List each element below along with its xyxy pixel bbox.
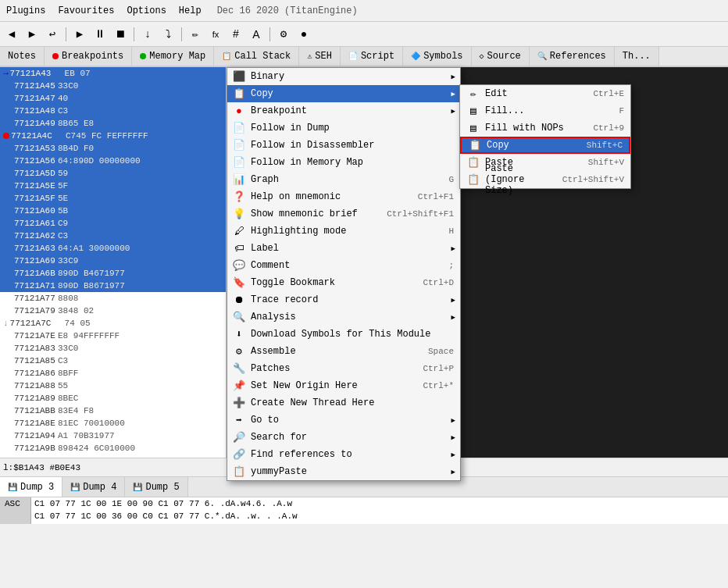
ctx-follow-dump[interactable]: 📄 Follow in Dump (227, 119, 460, 137)
ctx-binary[interactable]: ⬛ Binary (227, 68, 460, 85)
ctx-graph[interactable]: 📊 Graph G (227, 171, 460, 188)
submenu-edit[interactable]: ✏ Edit Ctrl+E (460, 85, 630, 102)
disasm-row[interactable]: 77121A62 C3 (0, 230, 226, 242)
disasm-row[interactable]: 77121A89 8BEC (0, 392, 226, 404)
disasm-panel[interactable]: → 77121A43 EB 07 77121A45 33C0 77121A47 … (0, 67, 227, 458)
disasm-row[interactable]: 77121A9B 898424 6C010000 (0, 442, 226, 454)
tab-source[interactable]: ◇ Source (472, 47, 530, 66)
disasm-row[interactable]: 77121A63 64:A1 30000000 (0, 242, 226, 255)
disasm-row[interactable]: 77121A94 A1 70B31977 (0, 429, 226, 442)
ctx-copy[interactable]: 📋 Copy (227, 85, 460, 102)
submenu-fill-nops-label: Fill with NOPs (485, 123, 573, 134)
toolbar-forward[interactable]: ▶ (23, 26, 41, 43)
disasm-row[interactable]: 77121A60 5B (0, 205, 226, 217)
disasm-row[interactable]: 77121A45 33C0 (0, 80, 226, 92)
ctx-follow-memory[interactable]: 📄 Follow in Memory Map (227, 154, 460, 171)
dump-tab-3[interactable]: 💾 Dump 3 (0, 477, 62, 497)
disasm-row[interactable]: 77121A47 40 (0, 92, 226, 105)
ctx-mnemonic-brief[interactable]: 💡 Show mnemonic brief Ctrl+Shift+F1 (227, 205, 460, 223)
disasm-row[interactable]: ↓ 77121A7C 74 05 (0, 317, 226, 330)
disasm-row[interactable]: 77121A53 8B4D F0 (0, 142, 226, 155)
ctx-follow-disasm[interactable]: 📄 Follow in Disassembler (227, 137, 460, 154)
dump-tab-5[interactable]: 💾 Dump 5 (125, 477, 187, 497)
ctx-yummy-paste[interactable]: 📋 yummyPaste (227, 463, 460, 480)
toolbar-back[interactable]: ◀ (3, 26, 20, 43)
disasm-row[interactable]: 77121A77 8808 (0, 292, 226, 305)
toolbar-stop[interactable]: ⏹ (112, 26, 129, 43)
tab-call-stack[interactable]: 📋 Call Stack (214, 47, 299, 66)
disasm-row[interactable]: 77121A5F 5E (0, 192, 226, 205)
ctx-help-mnemonic[interactable]: ❓ Help on mnemonic Ctrl+F1 (227, 188, 460, 205)
menu-bar[interactable]: Plugins Favourites Options Help (6, 5, 202, 16)
disasm-addr: 77121A9B (3, 444, 58, 453)
ctx-assemble[interactable]: ⚙ Assemble Space (227, 343, 460, 360)
toolbar-step-into[interactable]: ↓ (139, 26, 156, 43)
context-menu[interactable]: ⬛ Binary 📋 Copy ● Breakpoint 📄 Follow in… (227, 67, 461, 481)
tab-breakpoints[interactable]: Breakpoints (45, 47, 132, 66)
toolbar-pause[interactable]: ⏸ (91, 26, 109, 43)
disasm-row[interactable]: 77121A4C C745 FC FEFFFFFF (0, 130, 226, 142)
toolbar-step-over[interactable]: ⤵ (159, 26, 177, 43)
ctx-goto[interactable]: ➡ Go to (227, 412, 460, 429)
ctx-breakpoint[interactable]: ● Breakpoint (227, 102, 460, 119)
tab-references[interactable]: 🔍 References (530, 47, 615, 66)
disasm-row[interactable]: 77121A85 C3 (0, 355, 226, 367)
submenu-copy[interactable]: 📋 Copy Shift+C (460, 137, 630, 154)
tab-memory-map[interactable]: Memory Map (132, 47, 214, 66)
disasm-row[interactable]: 77121A83 33C0 (0, 342, 226, 355)
toolbar-fx[interactable]: fx (207, 26, 224, 43)
toolbar-restart[interactable]: ↩ (44, 26, 61, 43)
submenu-fill-nops[interactable]: ▤ Fill with NOPs Ctrl+9 (460, 119, 630, 137)
toolbar-edit[interactable]: ✏ (187, 26, 204, 43)
ctx-find-refs[interactable]: 🔗 Find references to (227, 446, 460, 463)
disasm-row[interactable]: 77121ABB 83E4 F8 (0, 404, 226, 417)
disasm-row[interactable]: 77121A5D 59 (0, 167, 226, 180)
ctx-comment[interactable]: 💬 Comment ; (227, 257, 460, 274)
disasm-row[interactable]: 77121A8E 81EC 70010000 (0, 417, 226, 429)
menu-help[interactable]: Help (179, 5, 202, 16)
disasm-row[interactable]: 77121A79 3848 02 (0, 305, 226, 317)
dump-tab-4[interactable]: 💾 Dump 4 (62, 477, 125, 497)
tab-notes-label: Notes (8, 51, 36, 62)
tab-script[interactable]: 📄 Script (341, 47, 403, 66)
toolbar-record[interactable]: ● (295, 26, 312, 43)
ctx-analysis[interactable]: 🔍 Analysis (227, 308, 460, 326)
menu-favourites[interactable]: Favourites (58, 5, 114, 16)
tab-threads[interactable]: Th... (615, 47, 659, 66)
disasm-row[interactable]: 77121A56 64:890D 00000000 (0, 155, 226, 167)
menu-options[interactable]: Options (127, 5, 166, 16)
disasm-bytes: 890D B8671977 (58, 281, 223, 290)
tab-symbols[interactable]: 🔷 Symbols (403, 47, 471, 66)
tab-seh[interactable]: ⚠ SEH (299, 47, 341, 66)
ctx-patches[interactable]: 🔧 Patches Ctrl+P (227, 360, 460, 377)
disasm-row[interactable]: 77121A61 C9 (0, 217, 226, 230)
disasm-row[interactable]: → 77121A43 EB 07 (0, 67, 226, 80)
disasm-row[interactable]: 77121A88 55 (0, 380, 226, 392)
disasm-row[interactable]: 77121A5E 5F (0, 180, 226, 192)
copy-submenu[interactable]: ✏ Edit Ctrl+E ▤ Fill... F ▤ Fill with NO… (459, 84, 631, 189)
ctx-new-thread[interactable]: ➕ Create New Thread Here (227, 394, 460, 412)
submenu-paste-ignore[interactable]: 📋 Paste (Ignore Size) Ctrl+Shift+V (460, 171, 630, 188)
disasm-row[interactable]: 77121A6B 890D B4671977 (0, 267, 226, 280)
ctx-download-symbols[interactable]: ⬇ Download Symbols for This Module (227, 326, 460, 343)
menu-plugins[interactable]: Plugins (6, 5, 45, 16)
disasm-row[interactable]: 77121A48 C3 (0, 105, 226, 117)
ctx-highlight[interactable]: 🖊 Highlighting mode H (227, 223, 460, 240)
ctx-trace[interactable]: ⏺ Trace record (227, 291, 460, 308)
ctx-bookmark[interactable]: 🔖 Toggle Bookmark Ctrl+D (227, 274, 460, 291)
disasm-row[interactable]: 77121A7E E8 94FFFFFFF (0, 330, 226, 342)
toolbar-font[interactable]: A (248, 26, 265, 43)
disasm-row[interactable]: 77121A69 33C9 (0, 255, 226, 267)
ctx-label[interactable]: 🏷 Label (227, 240, 460, 257)
toolbar-run[interactable]: ▶ (71, 26, 88, 43)
disasm-row[interactable]: 77121A49 8B65 E8 (0, 117, 226, 130)
disasm-row[interactable]: 77121A86 8BFF (0, 367, 226, 380)
submenu-fill[interactable]: ▤ Fill... F (460, 102, 630, 119)
disasm-row[interactable]: 77121AA3 8B35 FC911977 (0, 454, 226, 458)
tab-notes[interactable]: Notes (0, 47, 45, 66)
ctx-search[interactable]: 🔎 Search for (227, 429, 460, 446)
disasm-row[interactable]: 77121A71 890D B8671977 (0, 280, 226, 292)
toolbar-settings[interactable]: ⚙ (275, 26, 292, 43)
ctx-new-origin[interactable]: 📌 Set New Origin Here Ctrl+* (227, 377, 460, 394)
toolbar-hash[interactable]: # (227, 26, 244, 43)
